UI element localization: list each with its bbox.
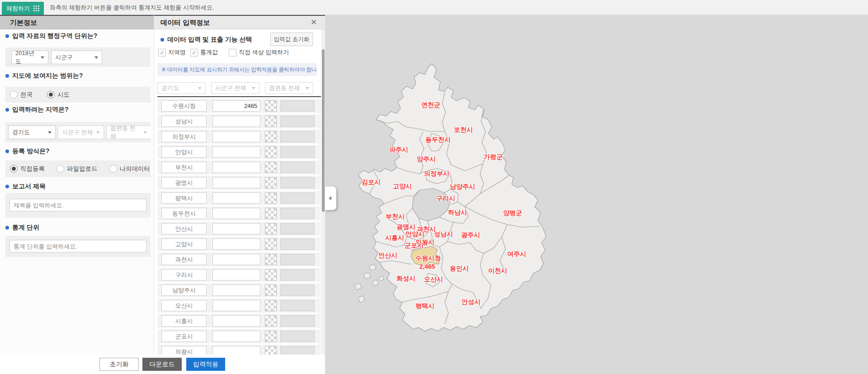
region-value-input[interactable] — [212, 254, 260, 265]
chevron-down-icon — [48, 131, 52, 136]
region-name-input[interactable] — [161, 223, 207, 234]
radio-circle-icon[interactable] — [10, 165, 18, 173]
report-title-input[interactable] — [9, 199, 146, 211]
scrollbar-thumb[interactable] — [322, 49, 325, 212]
reset-values-button[interactable]: 입력값 초기화 — [270, 33, 313, 46]
region-name-input[interactable] — [161, 177, 207, 188]
radio-circle-icon[interactable] — [109, 165, 117, 173]
region-name-input[interactable] — [161, 300, 207, 311]
region-value-input[interactable] — [212, 238, 260, 250]
region-value-input[interactable] — [212, 131, 260, 142]
radio-option-나의데이터[interactable]: 나의데이터 — [109, 165, 151, 173]
pattern-swatch[interactable] — [265, 315, 277, 327]
table-row — [157, 176, 321, 190]
question-stat-unit: 통계 단위 — [5, 224, 151, 232]
region-value-input[interactable] — [212, 100, 260, 112]
radio-option-시도[interactable]: 시도 — [47, 91, 70, 99]
color-input-disabled — [280, 162, 315, 173]
pattern-swatch[interactable] — [265, 300, 277, 311]
region-value-input[interactable] — [212, 192, 260, 204]
sido-select-value: 경기도 — [12, 128, 30, 136]
region-value-input[interactable] — [212, 269, 260, 280]
year-select[interactable]: 2018년도 — [11, 51, 48, 64]
sido-select[interactable]: 경기도 — [8, 126, 56, 139]
color-input-disabled — [280, 238, 315, 250]
radio-circle-icon[interactable] — [47, 91, 55, 98]
region-name-input[interactable] — [161, 331, 207, 342]
checkbox-option-통계값[interactable]: 통계값 — [190, 48, 218, 56]
region-name-input[interactable] — [161, 100, 207, 112]
reset-button[interactable]: 초기화 — [99, 358, 139, 371]
region-name-input[interactable] — [161, 346, 207, 355]
radio-circle-icon[interactable] — [57, 165, 64, 173]
pattern-swatch[interactable] — [265, 208, 277, 219]
checkbox-unchecked-icon[interactable] — [229, 49, 236, 56]
region-name-input[interactable] — [161, 254, 207, 265]
region-name-input[interactable] — [161, 269, 207, 280]
color-input-disabled — [280, 315, 315, 327]
radio-option-파일업로드[interactable]: 파일업로드 — [57, 165, 98, 173]
region-name-input[interactable] — [161, 131, 207, 142]
close-icon[interactable]: ✕ — [311, 19, 319, 27]
color-input-disabled — [280, 223, 315, 234]
apply-button[interactable]: 입력적용 — [186, 358, 225, 371]
region-value-input[interactable] — [212, 300, 260, 311]
map-region-label: 이천시 — [488, 267, 507, 275]
pattern-swatch[interactable] — [265, 238, 277, 250]
region-name-input[interactable] — [161, 146, 207, 158]
region-value-input[interactable] — [212, 162, 260, 173]
stat-unit-input[interactable] — [9, 240, 146, 252]
bullet-icon — [5, 108, 9, 112]
checkbox-checked-icon[interactable] — [158, 49, 166, 56]
admin-level-select[interactable]: 시군구 — [51, 51, 102, 64]
region-value-input[interactable] — [212, 285, 260, 296]
pattern-swatch[interactable] — [265, 131, 277, 142]
region-name-input[interactable] — [161, 192, 207, 204]
region-name-input[interactable] — [161, 238, 207, 250]
pattern-swatch[interactable] — [265, 146, 277, 158]
map-area[interactable]: 연천군포천시동두천시파주시가평군양주시의정부시김포시고양시남양주시구리시하남시양… — [329, 15, 868, 374]
pattern-swatch[interactable] — [265, 162, 277, 173]
question-method: 등록 방식은? — [5, 147, 151, 155]
region-value-input[interactable] — [212, 116, 260, 127]
region-value-input[interactable] — [212, 177, 260, 188]
region-name-input[interactable] — [161, 208, 207, 219]
pattern-swatch[interactable] — [265, 269, 277, 280]
region-name-input[interactable] — [161, 285, 207, 296]
pattern-swatch[interactable] — [265, 223, 277, 234]
pattern-swatch[interactable] — [265, 254, 277, 265]
download-button[interactable]: 다운로드 — [142, 358, 182, 371]
pattern-swatch[interactable] — [265, 100, 277, 112]
region-value-input[interactable] — [212, 346, 260, 355]
map-region-label: 수원시청 — [415, 254, 441, 262]
checkbox-checked-icon[interactable] — [190, 49, 198, 56]
region-name-input[interactable] — [161, 315, 207, 327]
region-value-input[interactable] — [212, 315, 260, 327]
map-region-label: 성남시 — [434, 230, 453, 238]
region-value-input[interactable] — [212, 331, 260, 342]
pattern-swatch[interactable] — [265, 177, 277, 188]
pattern-swatch[interactable] — [265, 116, 277, 127]
gyeonggi-map-svg — [329, 15, 868, 374]
checkbox-option-지역명[interactable]: 지역명 — [158, 48, 186, 56]
map-extent-box: 전국시도 — [5, 87, 151, 103]
checkbox-option-직접 색상 입력하기[interactable]: 직접 색상 입력하기 — [229, 48, 289, 56]
pattern-swatch[interactable] — [265, 192, 277, 204]
data-panel-title: 데이터 입력정보 — [160, 19, 210, 26]
pattern-swatch[interactable] — [265, 346, 277, 355]
radio-option-전국[interactable]: 전국 — [10, 91, 33, 99]
region-value-input[interactable] — [212, 223, 260, 234]
map-islands — [354, 264, 384, 303]
try-service-button[interactable]: 체험하기 — [2, 2, 44, 15]
radio-option-직접등록[interactable]: 직접등록 — [10, 165, 45, 173]
scrollbar-track[interactable] — [321, 29, 325, 355]
region-value-input[interactable] — [212, 208, 260, 219]
region-name-input[interactable] — [161, 162, 207, 173]
pattern-swatch[interactable] — [265, 331, 277, 342]
radio-circle-icon[interactable] — [10, 91, 18, 98]
chevron-down-icon — [306, 87, 309, 91]
pattern-swatch[interactable] — [265, 285, 277, 296]
color-input-disabled — [280, 192, 315, 204]
region-value-input[interactable] — [212, 146, 260, 158]
region-name-input[interactable] — [161, 116, 207, 127]
